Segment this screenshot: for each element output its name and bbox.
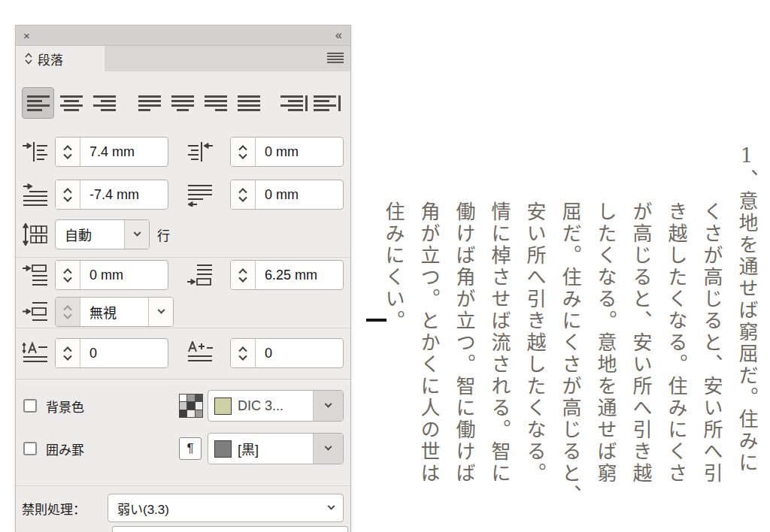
shading-checkbox[interactable] [23,399,37,413]
shading-color-dropdown[interactable]: DIC 3... [208,390,344,422]
shading-color-name: DIC 3... [238,398,283,414]
left-indent-icon [22,140,49,164]
justify-last-right-button[interactable] [200,87,232,119]
drop-cap-characters-field[interactable]: 0 [230,338,344,368]
close-icon[interactable]: × [23,30,30,41]
justify-last-left-button[interactable] [133,87,165,119]
last-line-indent-icon [186,183,214,207]
space-before-field[interactable]: 0 mm [55,260,168,290]
tab-paragraph-label: 段落 [38,50,63,68]
text-line[interactable]: 1、意地を通せば窮屈だ。住みに [729,144,764,474]
tab-paragraph[interactable]: 段落 [16,46,105,71]
drop-cap-lines-stepper[interactable] [56,339,80,367]
divider [16,328,350,328]
first-line-indent-stepper[interactable] [56,180,80,209]
space-after-stepper[interactable] [231,261,256,289]
align-toward-spine-button[interactable] [278,87,311,119]
kinsoku-label: 禁則処理： [22,499,86,518]
document-text-frame[interactable]: 1、意地を通せば窮屈だ。住みに くさが高じると、安い所へ引 き越したくなる。住み… [375,144,764,506]
space-before-stepper[interactable] [56,261,80,289]
left-indent-field[interactable]: 7.4 mm [55,137,168,167]
border-checkbox[interactable] [23,442,37,455]
kinsoku-dropdown[interactable]: 弱い(3.3) [108,494,344,522]
text-line[interactable]: 屈だ。住みにくさが高じると、 [552,201,587,506]
justify-last-center-button[interactable] [166,87,199,119]
drop-cap-lines-field[interactable]: 0 [55,338,168,368]
right-indent-stepper[interactable] [231,138,256,166]
text-line[interactable]: したくなる。意地を通せば窮 [587,201,623,485]
left-indent-value[interactable]: 7.4 mm [80,138,168,166]
space-before-icon [22,263,49,287]
align-away-from-spine-button[interactable] [311,87,344,119]
divider [16,379,350,379]
align-center-button[interactable] [55,87,87,119]
hamburger-menu-icon[interactable] [327,53,344,63]
same-style-spacing-stepper [56,298,80,326]
align-right-button[interactable] [88,87,120,119]
panel-tab-bar: 段落 [16,46,350,71]
right-indent-icon [186,140,214,164]
text-line[interactable]: くさが高じると、安い所へ引 [693,201,729,485]
drop-cap-characters-icon [186,341,214,365]
pilcrow-icon[interactable]: ¶ [179,437,202,460]
text-line[interactable]: 角が立つ。とかくに人の世は [411,201,446,485]
shading-color-swatch [214,397,232,415]
drop-cap-lines-value[interactable]: 0 [80,339,168,367]
text-line[interactable]: 働けば角が立つ。智に働けば [446,201,481,485]
last-line-indent-stepper[interactable] [231,180,256,209]
drop-cap-characters-stepper[interactable] [231,339,256,367]
space-after-value[interactable]: 6.25 mm [256,261,343,289]
border-color-swatch [214,440,232,458]
align-left-button[interactable] [22,87,54,119]
drop-cap-lines-icon [22,341,49,365]
same-style-spacing-icon [22,300,49,324]
chevron-down-icon[interactable] [148,298,173,326]
last-line-indent-field[interactable]: 0 mm [230,180,344,210]
chevron-down-icon[interactable] [313,434,343,464]
border-color-name: [黒] [238,439,259,458]
text-line[interactable]: 住みにくい。 [375,201,411,332]
paragraph-panel: × « 段落 [15,25,351,532]
left-indent-stepper[interactable] [56,138,80,166]
space-before-value[interactable]: 0 mm [80,261,168,289]
divider [16,485,350,486]
space-after-icon [186,263,214,287]
alignment-button-row [22,86,344,120]
chevron-down-icon[interactable] [124,220,149,249]
collapse-panel-icon[interactable]: « [335,29,343,41]
same-style-spacing-value[interactable]: 無視 [80,298,148,326]
line-grid-value[interactable]: 自動 [56,220,124,249]
line-grid-icon [22,222,49,246]
justify-all-button[interactable] [233,87,265,119]
shading-label: 背景色 [46,397,84,416]
first-line-indent-icon [22,183,49,207]
kinsoku-value: 弱い(3.3) [117,499,169,518]
divider [16,257,350,258]
swatch-grid-icon[interactable] [179,394,203,418]
last-line-indent-value[interactable]: 0 mm [256,180,343,209]
right-indent-value[interactable]: 0 mm [256,138,343,166]
text-line[interactable]: 情に棹させば流される。智に [481,201,517,485]
text-cursor [366,319,387,322]
text-line[interactable]: 安い所へ引き越したくなる。 [517,201,552,485]
same-style-spacing-dropdown[interactable]: 無視 [55,297,174,327]
border-color-dropdown[interactable]: [黒] [208,433,344,464]
right-indent-field[interactable]: 0 mm [230,137,344,167]
first-line-indent-value[interactable]: -7.4 mm [80,180,168,209]
chevron-down-icon[interactable] [313,391,343,421]
line-grid-suffix-label: 行 [157,225,170,244]
panel-cycle-diamond-icon [25,53,32,65]
drop-cap-characters-value[interactable]: 0 [256,339,343,367]
text-line[interactable]: が高じると、安い所へ引き越 [623,201,658,485]
chevron-down-icon [328,502,335,509]
mojikumi-dropdown-partial[interactable] [112,526,348,532]
text-line[interactable]: き越したくなる。住みにくさ [658,201,693,485]
line-grid-dropdown[interactable]: 自動 [55,219,150,249]
panel-titlebar: × « [16,26,350,46]
border-label: 囲み罫 [46,440,84,458]
space-after-field[interactable]: 6.25 mm [230,260,344,290]
first-line-indent-field[interactable]: -7.4 mm [55,180,168,210]
